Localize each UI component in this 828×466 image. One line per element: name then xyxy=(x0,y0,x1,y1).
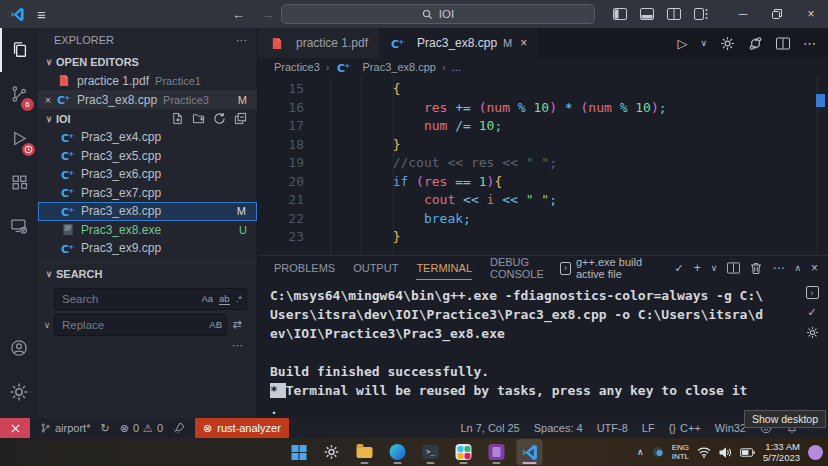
tray-expand-icon[interactable]: ∧ xyxy=(637,447,644,457)
file-tree-item[interactable]: C++Prac3_ex7.cpp xyxy=(38,184,257,203)
open-editors-header[interactable]: ∨ OPEN EDITORS xyxy=(38,52,257,71)
explorer-more-actions-icon[interactable]: ⋯ xyxy=(236,34,247,47)
launch-icon[interactable] xyxy=(173,422,185,434)
more-actions-icon[interactable]: ⋯ xyxy=(803,36,816,51)
sync-icon[interactable]: ↻ xyxy=(100,422,109,435)
rust-analyzer-status[interactable]: ⊗ rust-analyzer xyxy=(195,418,289,438)
kill-terminal-icon[interactable] xyxy=(750,262,762,275)
panel-more-icon[interactable]: ⋯ xyxy=(772,261,784,275)
file-tree-item[interactable]: C++Prac3_ex6.cpp xyxy=(38,165,257,184)
source-control-activity-icon[interactable]: 6 xyxy=(0,72,38,116)
toggle-replace-icon[interactable]: ∨ xyxy=(40,320,54,330)
refresh-icon[interactable] xyxy=(213,112,226,125)
terminal-instance-icon[interactable]: › xyxy=(806,286,819,299)
run-button[interactable]: ▷ xyxy=(677,36,687,51)
breadcrumb[interactable]: Practice3 › C++ Prac3_ex8.cpp › ... xyxy=(258,58,828,76)
volume-icon[interactable] xyxy=(719,447,732,458)
new-terminal-icon[interactable]: + xyxy=(694,261,701,275)
terminal-app-icon[interactable]: >_ xyxy=(418,439,444,465)
panel-tab-output[interactable]: OUTPUT xyxy=(353,256,398,280)
code-editor[interactable]: 15 {16 res += (num % 10) * (num % 10);17… xyxy=(258,76,828,255)
close-icon[interactable]: × xyxy=(40,94,56,106)
new-file-icon[interactable] xyxy=(171,112,184,125)
vscode-app-icon[interactable] xyxy=(517,439,543,465)
file-tree-item[interactable]: Prac3_ex8.exeU xyxy=(38,221,257,240)
minimize-button[interactable]: ─ xyxy=(726,0,760,28)
task-gear-icon[interactable] xyxy=(806,326,819,339)
split-terminal-icon[interactable] xyxy=(727,262,740,274)
file-tree-item[interactable]: C++Prac3_ex8.cppM xyxy=(38,202,257,221)
run-debug-activity-icon[interactable] xyxy=(0,116,38,160)
toggle-panel-icon[interactable] xyxy=(640,8,654,20)
tray-app-icon[interactable] xyxy=(652,446,664,458)
breadcrumb-folder[interactable]: Practice3 xyxy=(274,61,320,73)
new-folder-icon[interactable] xyxy=(192,112,205,125)
tab-practice-pdf[interactable]: practice 1.pdf xyxy=(258,28,379,58)
eol-sequence[interactable]: LF xyxy=(642,422,655,434)
search-details-icon[interactable]: ⋯ xyxy=(38,340,257,354)
run-settings-gear-icon[interactable] xyxy=(720,36,735,51)
close-panel-icon[interactable]: × xyxy=(811,261,818,275)
open-editor-item[interactable]: practice 1.pdfPractice1 xyxy=(38,71,257,90)
restore-button[interactable] xyxy=(760,0,794,28)
breadcrumb-symbol[interactable]: ... xyxy=(452,61,461,73)
replace-all-icon[interactable]: ⇄ xyxy=(227,318,247,331)
start-button[interactable] xyxy=(286,439,312,465)
panel-tab-terminal[interactable]: TERMINAL xyxy=(416,256,472,280)
file-explorer-app-icon[interactable] xyxy=(352,439,378,465)
problems-item[interactable]: ⊗ 0 ⚠ 0 xyxy=(120,422,163,435)
settings-app-icon[interactable] xyxy=(319,439,345,465)
terminal-output[interactable]: C:\msys64\mingw64\bin\g++.exe -fdiagnost… xyxy=(258,280,828,419)
toggle-sidebar-icon[interactable] xyxy=(613,8,627,20)
forward-icon[interactable]: → xyxy=(261,7,274,22)
cursor-position[interactable]: Ln 7, Col 25 xyxy=(460,422,519,434)
menu-icon[interactable]: ≡ xyxy=(37,6,46,23)
search-section-header[interactable]: ∨ SEARCH xyxy=(38,265,257,284)
run-dropdown-icon[interactable]: ∨ xyxy=(700,38,707,48)
split-editor-icon[interactable] xyxy=(776,37,790,50)
language-indicator[interactable]: ENG INTL xyxy=(672,443,689,461)
split-layout-icon[interactable] xyxy=(667,8,681,20)
panel-tab-debug-console[interactable]: DEBUG CONSOLE xyxy=(490,256,560,280)
close-window-button[interactable]: × xyxy=(794,0,828,28)
terminal-dropdown-icon[interactable]: ∨ xyxy=(711,263,718,273)
language-mode[interactable]: {} C++ xyxy=(669,422,701,434)
whole-word-icon[interactable]: ab xyxy=(219,293,230,305)
slack-app-icon[interactable] xyxy=(451,439,477,465)
close-tab-icon[interactable]: × xyxy=(520,36,527,50)
folder-section-header[interactable]: ∨ IOI xyxy=(38,109,257,128)
panel-tab-problems[interactable]: PROBLEMS xyxy=(274,256,335,280)
regex-icon[interactable]: .* xyxy=(236,293,242,304)
match-case-icon[interactable]: Aa xyxy=(201,293,213,304)
replace-input[interactable] xyxy=(54,314,227,336)
file-tree-item[interactable]: C++Prac3_ex4.cpp xyxy=(38,128,257,147)
terminal-task-selector[interactable]: › g++.exe build active file ✓ xyxy=(560,256,684,280)
collapse-all-icon[interactable] xyxy=(234,112,247,125)
tab-prac3-ex8-cpp[interactable]: C++ Prac3_ex8.cpp M × xyxy=(379,28,538,58)
open-editor-item[interactable]: ×C++Prac3_ex8.cppPractice3M xyxy=(38,90,257,109)
indentation[interactable]: Spaces: 4 xyxy=(534,422,583,434)
battery-icon[interactable] xyxy=(740,448,755,457)
customize-layout-icon[interactable] xyxy=(694,8,708,20)
maximize-panel-icon[interactable]: ∧ xyxy=(794,263,801,273)
back-icon[interactable]: ← xyxy=(232,7,245,22)
open-changes-icon[interactable] xyxy=(748,36,763,51)
clock[interactable]: 1:33 AM 5/7/2023 xyxy=(763,441,800,463)
preserve-case-icon[interactable]: AB xyxy=(209,319,222,330)
purple-app-icon[interactable] xyxy=(484,439,510,465)
extensions-activity-icon[interactable] xyxy=(0,160,38,204)
remote-explorer-activity-icon[interactable] xyxy=(0,204,38,248)
platform-target[interactable]: Win32 xyxy=(715,422,746,434)
file-tree-item[interactable]: C++Prac3_ex5.cpp xyxy=(38,147,257,166)
explorer-activity-icon[interactable] xyxy=(0,28,38,72)
remote-indicator[interactable] xyxy=(0,418,30,438)
notification-badge[interactable] xyxy=(808,445,823,460)
encoding[interactable]: UTF-8 xyxy=(597,422,628,434)
breadcrumb-file[interactable]: Prac3_ex8.cpp xyxy=(363,61,436,73)
account-icon[interactable] xyxy=(0,326,38,370)
file-tree-item[interactable]: C++Prac3_ex9.cpp xyxy=(38,239,257,258)
settings-gear-icon[interactable] xyxy=(0,370,38,414)
git-branch-item[interactable]: airport* xyxy=(40,422,90,434)
wifi-icon[interactable] xyxy=(697,447,711,458)
edge-browser-app-icon[interactable] xyxy=(385,439,411,465)
